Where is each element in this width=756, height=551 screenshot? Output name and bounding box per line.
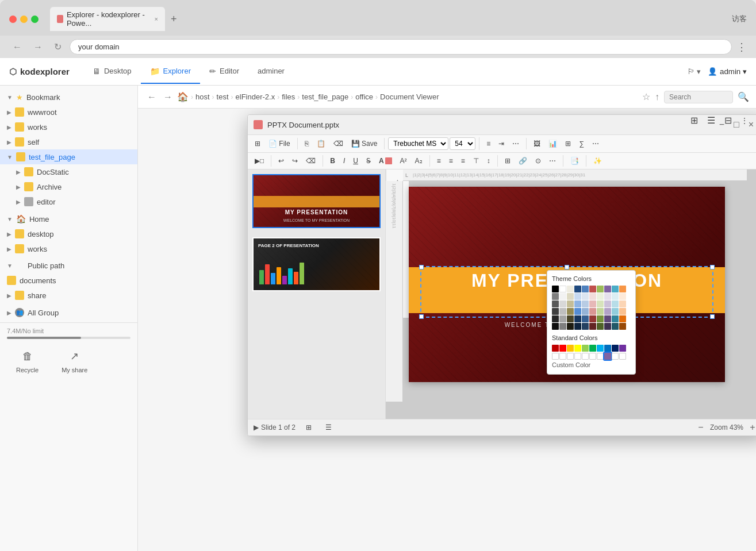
handle-top-left[interactable] bbox=[419, 265, 424, 269]
new-tab-button[interactable]: + bbox=[167, 13, 181, 25]
std-color-7[interactable] bbox=[597, 345, 604, 352]
font-size-select[interactable]: 54 bbox=[450, 137, 475, 150]
toolbar-color-button[interactable]: A bbox=[375, 155, 396, 167]
recent-color-4[interactable] bbox=[574, 353, 581, 360]
color-cell[interactable] bbox=[619, 293, 626, 300]
toolbar-undo-button[interactable]: ↩ bbox=[275, 155, 287, 167]
color-cell[interactable] bbox=[589, 286, 596, 292]
sidebar-item-works[interactable]: ▶ works bbox=[0, 120, 137, 134]
sidebar-item-editor[interactable]: ▶ editor bbox=[0, 194, 137, 209]
toolbar-more-insert-button[interactable]: ⋯ bbox=[589, 138, 603, 149]
color-cell[interactable] bbox=[597, 315, 604, 322]
toolbar-new-slide-button[interactable]: ⊞ bbox=[251, 138, 264, 149]
breadcrumb-document-viewer[interactable]: Document Viewer bbox=[380, 93, 439, 101]
reload-button[interactable]: ↻ bbox=[51, 40, 65, 53]
color-cell[interactable] bbox=[559, 323, 566, 330]
toolbar-align-right-button[interactable]: ≡ bbox=[458, 155, 469, 167]
color-cell[interactable] bbox=[597, 300, 604, 307]
toolbar-eraser-button[interactable]: ⌫ bbox=[302, 155, 319, 167]
home-header[interactable]: ▼ 🏠 Home bbox=[0, 211, 137, 226]
nav-item-desktop[interactable]: 🖥 Desktop bbox=[83, 60, 141, 84]
toolbar-copy-button[interactable]: ⎘ bbox=[301, 138, 312, 149]
list-view-button[interactable]: ☰ bbox=[704, 113, 719, 128]
std-color-8[interactable] bbox=[604, 345, 611, 352]
color-cell[interactable] bbox=[574, 293, 581, 300]
std-color-5[interactable] bbox=[582, 345, 589, 352]
toolbar-italic-button[interactable]: I bbox=[340, 155, 348, 167]
color-cell[interactable] bbox=[619, 323, 626, 330]
recent-color-6[interactable] bbox=[589, 353, 596, 360]
color-cell[interactable] bbox=[604, 293, 611, 300]
font-family-select[interactable]: Trebuchet MS bbox=[388, 137, 448, 150]
recent-color-5[interactable] bbox=[582, 353, 589, 360]
color-cell[interactable] bbox=[567, 308, 574, 315]
toolbar-underline-button[interactable]: U bbox=[350, 155, 362, 167]
file-search-input[interactable] bbox=[664, 91, 733, 103]
toolbar-chart-button[interactable]: 📊 bbox=[545, 138, 561, 149]
forward-button[interactable]: → bbox=[30, 41, 46, 53]
breadcrumb-host[interactable]: host bbox=[195, 93, 210, 101]
toolbar-more-format-button[interactable]: ⋯ bbox=[509, 138, 523, 149]
close-window-button[interactable] bbox=[9, 16, 17, 23]
toolbar-strikethrough-button[interactable]: S̶ bbox=[363, 155, 374, 167]
nav-item-explorer[interactable]: 📁 Explorer bbox=[141, 60, 200, 84]
column-view-button[interactable]: ⊟ bbox=[721, 113, 735, 128]
color-cell[interactable] bbox=[567, 300, 574, 307]
toolbar-math-button[interactable]: ∑ bbox=[575, 138, 588, 149]
color-cell[interactable] bbox=[559, 286, 566, 292]
play-slideshow-button[interactable]: ▶ Slide 1 of 2 bbox=[254, 423, 296, 431]
color-cell[interactable] bbox=[574, 308, 581, 315]
recent-color-10[interactable] bbox=[619, 353, 626, 360]
handle-top-middle[interactable] bbox=[565, 265, 569, 269]
breadcrumb-home-icon[interactable]: 🏠 bbox=[177, 91, 189, 102]
handle-bottom-right[interactable] bbox=[710, 314, 715, 319]
toolbar-slide-view-button[interactable]: ▶□ bbox=[251, 155, 267, 167]
more-view-button[interactable]: ⋮ bbox=[738, 113, 751, 128]
breadcrumb-files[interactable]: files bbox=[282, 93, 295, 101]
std-color-9[interactable] bbox=[612, 345, 619, 352]
handle-bottom-left[interactable] bbox=[419, 314, 424, 319]
color-cell[interactable] bbox=[597, 293, 604, 300]
color-cell[interactable] bbox=[582, 308, 589, 315]
color-cell[interactable] bbox=[589, 308, 596, 315]
custom-color-button[interactable]: Custom Color bbox=[552, 360, 631, 369]
breadcrumb-elfinder[interactable]: elFinder-2.x bbox=[236, 93, 275, 101]
public-header[interactable]: ▼ Public path bbox=[0, 259, 137, 273]
color-cell[interactable] bbox=[567, 323, 574, 330]
back-button[interactable]: ← bbox=[9, 41, 25, 53]
toolbar-clear-button[interactable]: ⌫ bbox=[330, 138, 347, 149]
color-cell[interactable] bbox=[597, 308, 604, 315]
color-cell[interactable] bbox=[604, 323, 611, 330]
recycle-button[interactable]: 🗑 Recycle bbox=[7, 344, 48, 378]
sidebar-item-desktop[interactable]: ▶ desktop bbox=[0, 226, 137, 241]
color-cell[interactable] bbox=[589, 300, 596, 307]
my-share-button[interactable]: ↗ My share bbox=[52, 344, 97, 378]
handle-top-right[interactable] bbox=[710, 265, 715, 269]
minimize-window-button[interactable] bbox=[20, 16, 28, 23]
color-cell[interactable] bbox=[619, 286, 626, 292]
color-cell[interactable] bbox=[567, 293, 574, 300]
sidebar-item-share[interactable]: ▶ share bbox=[0, 288, 137, 303]
sidebar-item-works-home[interactable]: ▶ works bbox=[0, 241, 137, 256]
breadcrumb-forward-button[interactable]: → bbox=[161, 90, 175, 105]
color-cell[interactable] bbox=[619, 300, 626, 307]
color-cell[interactable] bbox=[582, 315, 589, 322]
color-cell[interactable] bbox=[567, 315, 574, 322]
color-cell[interactable] bbox=[574, 286, 581, 292]
toolbar-superscript-button[interactable]: A² bbox=[397, 155, 410, 167]
color-cell[interactable] bbox=[612, 315, 619, 322]
toolbar-shape-button[interactable]: ⊙ bbox=[532, 155, 544, 167]
nav-item-editor[interactable]: ✏ Editor bbox=[200, 60, 248, 84]
color-cell[interactable] bbox=[574, 300, 581, 307]
sidebar-item-wwwroot[interactable]: ▶ wwwroot bbox=[0, 105, 137, 120]
maximize-window-button[interactable] bbox=[31, 16, 39, 23]
toolbar-link-button[interactable]: 🔗 bbox=[515, 155, 531, 167]
browser-tab[interactable]: Explorer - kodexplorer - Powe... × bbox=[50, 7, 165, 31]
grid-view-button[interactable]: ⊞ bbox=[687, 113, 701, 128]
color-cell[interactable] bbox=[552, 308, 559, 315]
toolbar-more-button[interactable]: ⋯ bbox=[546, 155, 559, 167]
color-cell[interactable] bbox=[559, 293, 566, 300]
toolbar-subscript-button[interactable]: A₂ bbox=[412, 155, 426, 167]
sidebar-item-self[interactable]: ▶ self bbox=[0, 134, 137, 149]
color-cell[interactable] bbox=[612, 293, 619, 300]
